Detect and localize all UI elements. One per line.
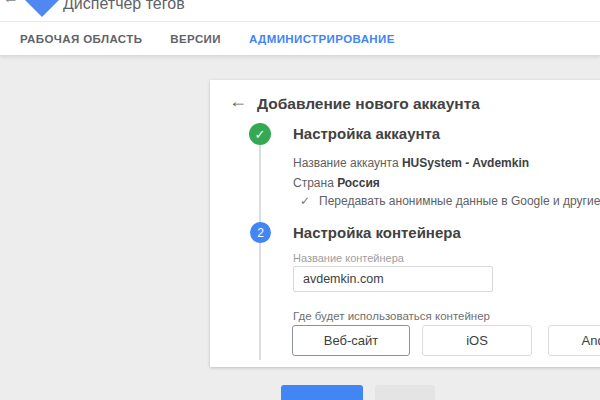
create-button[interactable]: СОЗДАТЬ	[281, 385, 363, 400]
usage-option-android[interactable]: Android	[548, 325, 600, 356]
tag-manager-logo-icon	[25, 0, 59, 17]
usage-option-ios[interactable]: iOS	[422, 325, 532, 356]
share-data-row: ✓Передавать анонимные данные в Google и …	[300, 194, 600, 208]
account-name-row: Название аккаунта HUSystem - Avdemkin	[293, 156, 529, 170]
tab-versions[interactable]: ВЕРСИИ	[170, 33, 221, 45]
country-label: Страна	[293, 176, 334, 190]
step-number-badge: 2	[250, 222, 271, 243]
account-name-value: HUSystem - Avdemkin	[402, 156, 529, 170]
header-back-icon[interactable]: ←	[3, 0, 19, 6]
account-name-label: Название аккаунта	[293, 156, 399, 170]
step-number: 2	[257, 226, 264, 240]
page-title: Добавление нового аккаунта	[257, 95, 480, 113]
share-data-label: Передавать анонимные данные в Google и д…	[319, 194, 600, 208]
cancel-button[interactable]: ОТМЕНА	[375, 385, 435, 400]
country-value: Россия	[337, 176, 380, 190]
container-name-input[interactable]	[293, 266, 493, 292]
step-complete-icon: ✓	[249, 123, 271, 145]
nav-tabbar: РАБОЧАЯ ОБЛАСТЬ ВЕРСИИ АДМИНИСТРИРОВАНИЕ	[0, 21, 600, 56]
usage-option-web[interactable]: Веб-сайт	[292, 325, 410, 356]
container-name-label: Название контейнера	[293, 252, 404, 264]
container-step-heading: Настройка контейнера	[293, 224, 461, 241]
check-icon: ✓	[255, 127, 266, 142]
container-usage-label: Где будет использоваться контейнер	[293, 310, 490, 322]
account-step-heading[interactable]: Настройка аккаунта	[293, 125, 440, 142]
step-connector-line	[259, 134, 261, 360]
app-title: Диспетчер тегов	[63, 0, 185, 13]
new-account-card: ← Добавление нового аккаунта ✓ Настройка…	[210, 80, 600, 367]
checkbox-checked-icon: ✓	[300, 194, 310, 208]
container-usage-options: Веб-сайт iOS Android	[292, 325, 600, 356]
app-header: ← Диспетчер тегов	[0, 0, 600, 21]
back-arrow-icon[interactable]: ←	[229, 92, 247, 110]
tab-admin[interactable]: АДМИНИСТРИРОВАНИЕ	[249, 33, 395, 45]
country-row: Страна Россия	[293, 176, 380, 190]
tab-workspace[interactable]: РАБОЧАЯ ОБЛАСТЬ	[20, 33, 142, 45]
